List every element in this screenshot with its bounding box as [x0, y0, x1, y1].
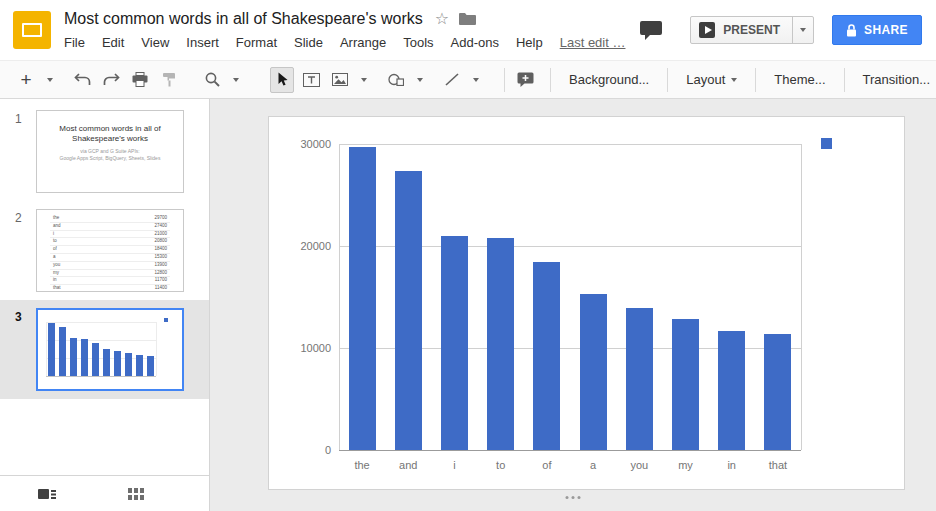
star-icon[interactable]: ☆: [435, 11, 449, 27]
menu-arrange[interactable]: Arrange: [340, 35, 386, 50]
bar-my: [125, 353, 132, 376]
menu-help[interactable]: Help: [516, 35, 543, 50]
folder-icon[interactable]: [459, 12, 476, 25]
menu-addons[interactable]: Add-ons: [451, 35, 499, 50]
y-axis-line: [46, 322, 47, 376]
y-axis-line: [339, 144, 340, 450]
gridline: [339, 450, 801, 451]
share-label: SHARE: [864, 23, 908, 37]
mini-table-row: the29700: [50, 215, 170, 223]
bar-of: [92, 343, 99, 376]
bar-my: [672, 319, 699, 450]
comments-button[interactable]: [640, 21, 662, 40]
y-axis-label: 30000: [287, 138, 331, 150]
slide-3-thumbnail[interactable]: [36, 308, 184, 391]
insert-comment-icon: [517, 72, 534, 87]
insert-comment-button[interactable]: [513, 67, 537, 93]
slide-filmstrip: 1 Most common words in all of Shakespear…: [0, 99, 210, 511]
present-split-button: PRESENT: [690, 16, 814, 44]
undo-button[interactable]: [70, 67, 94, 93]
x-axis-label: and: [385, 459, 431, 471]
chevron-down-icon: [47, 78, 53, 82]
bar-of: [533, 262, 560, 450]
image-dropdown[interactable]: [357, 67, 370, 93]
new-slide-button[interactable]: +: [14, 67, 38, 93]
document-title[interactable]: Most common words in all of Shakespeare'…: [64, 10, 423, 28]
notes-resize-handle[interactable]: [566, 496, 581, 499]
text-box-tool[interactable]: [299, 67, 323, 93]
y-axis-label: 20000: [287, 240, 331, 252]
slide-thumbnail-row-2[interactable]: 2 the29700and27400i21000to20800of18400a1…: [0, 201, 209, 300]
plot-right-border: [156, 322, 157, 376]
slide-2-thumbnail[interactable]: the29700and27400i21000to20800of18400a153…: [36, 209, 184, 292]
toolbar-separator: [755, 68, 756, 92]
paint-roller-icon: [162, 72, 177, 87]
mini-table-row: a15300: [50, 254, 170, 262]
menu-format[interactable]: Format: [236, 35, 277, 50]
chevron-down-icon: [361, 78, 367, 82]
slide-canvas[interactable]: 0100002000030000theanditoofayoumyinthat: [210, 99, 936, 511]
mini-table-row: and27400: [50, 223, 170, 231]
background-button[interactable]: Background...: [559, 67, 659, 93]
toolbar-separator: [667, 68, 668, 92]
insert-image-button[interactable]: [328, 67, 352, 93]
shape-tool[interactable]: [384, 67, 408, 93]
mini-table-row: that11400: [50, 285, 170, 292]
menu-slide[interactable]: Slide: [294, 35, 323, 50]
slide-number: 2: [15, 211, 22, 225]
print-icon: [132, 72, 148, 87]
shape-dropdown[interactable]: [413, 67, 426, 93]
grid-view-button[interactable]: [128, 487, 144, 501]
theme-button[interactable]: Theme...: [764, 67, 835, 93]
mini-table-row: you13900: [50, 262, 170, 270]
cursor-icon: [277, 72, 288, 87]
image-icon: [332, 73, 348, 86]
share-button[interactable]: SHARE: [832, 15, 922, 45]
select-tool[interactable]: [270, 67, 294, 93]
present-button[interactable]: PRESENT: [691, 17, 792, 43]
menu-edit[interactable]: Edit: [102, 35, 124, 50]
legend-swatch: [821, 138, 832, 149]
transition-button[interactable]: Transition...: [853, 67, 936, 93]
bar-the: [48, 323, 55, 377]
transition-label: Transition...: [863, 72, 930, 87]
menu-file[interactable]: File: [64, 35, 85, 50]
bar-to: [487, 238, 514, 450]
print-button[interactable]: [128, 67, 152, 93]
slides-logo-icon[interactable]: [13, 11, 51, 49]
menu-insert[interactable]: Insert: [186, 35, 219, 50]
x-axis-label: in: [709, 459, 755, 471]
x-axis-label: to: [478, 459, 524, 471]
mini-bar-chart: [38, 310, 182, 389]
layout-button[interactable]: Layout: [676, 67, 747, 93]
thumb-subtitle: Google Apps Script, BigQuery, Sheets, Sl…: [37, 155, 183, 161]
gridline: [46, 376, 156, 377]
zoom-button[interactable]: [200, 67, 224, 93]
toolbar-separator: [504, 68, 505, 92]
bar-chart[interactable]: 0100002000030000theanditoofayoumyinthat: [269, 117, 904, 489]
slide-thumbnail-row-3[interactable]: 3: [0, 300, 209, 399]
menu-tools[interactable]: Tools: [403, 35, 433, 50]
line-dropdown[interactable]: [469, 67, 482, 93]
line-tool[interactable]: [440, 67, 464, 93]
bar-a: [580, 294, 607, 450]
slide-1-thumbnail[interactable]: Most common words in all of Shakespeare'…: [36, 110, 184, 193]
present-dropdown-button[interactable]: [792, 17, 813, 43]
current-slide[interactable]: 0100002000030000theanditoofayoumyinthat: [268, 116, 905, 490]
menu-view[interactable]: View: [141, 35, 169, 50]
bar-that: [764, 334, 791, 450]
y-axis-label: 0: [287, 444, 331, 456]
redo-button[interactable]: [99, 67, 123, 93]
plot-right-border: [801, 144, 802, 450]
filmstrip-view-button[interactable]: [38, 487, 56, 501]
new-slide-dropdown[interactable]: [43, 67, 56, 93]
filmstrip-scroll[interactable]: 1 Most common words in all of Shakespear…: [0, 99, 209, 475]
last-edit-link[interactable]: Last edit …: [560, 35, 626, 50]
paint-format-button[interactable]: [157, 67, 181, 93]
toolbar-separator: [550, 68, 551, 92]
x-axis-label: of: [524, 459, 570, 471]
bar-you: [114, 351, 121, 376]
slide-thumbnail-row-1[interactable]: 1 Most common words in all of Shakespear…: [0, 102, 209, 201]
x-axis-label: a: [570, 459, 616, 471]
zoom-dropdown[interactable]: [229, 67, 242, 93]
